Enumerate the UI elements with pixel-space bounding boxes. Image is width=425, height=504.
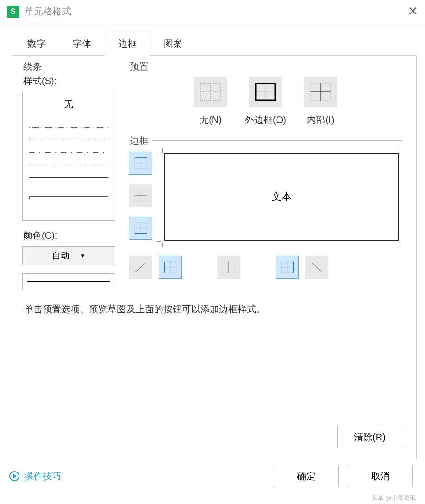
border-vmiddle-button[interactable] [217,256,240,279]
preview-text: 文本 [271,190,292,204]
color-label: 颜色(C): [23,229,115,242]
line-legend: 线条 [22,60,45,73]
border-left-button[interactable] [159,256,182,279]
style-dashed[interactable] [29,140,108,140]
tips-label: 操作技巧 [24,470,61,483]
tab-font[interactable]: 字体 [59,32,105,56]
chevron-down-icon: ▼ [80,252,85,259]
style-dashdot[interactable] [29,152,108,153]
style-label: 样式(S): [23,75,115,87]
cancel-button[interactable]: 取消 [348,465,413,487]
border-right-icon [280,261,294,274]
preset-outer-icon [255,83,276,101]
border-hmiddle-button[interactable] [129,184,152,207]
preset-legend: 预置 [129,60,151,73]
play-icon [9,471,19,481]
preset-fieldset: 预置 [129,66,402,66]
tabs: 数字 字体 边框 图案 [0,32,425,56]
border-legend: 边框 [129,135,151,147]
border-top-icon [134,157,148,170]
border-left-icon [163,261,177,274]
preset-inner-label: 内部(I) [307,114,334,126]
border-hmiddle-icon [134,189,148,202]
close-icon[interactable]: ✕ [408,4,418,19]
preset-none-label: 无(N) [200,114,222,126]
border-fieldset: 边框 [129,140,402,141]
dialog-footer: 操作技巧 确定 取消 [0,457,425,493]
line-fieldset: 线条 [22,66,115,66]
color-value: 自动 [52,250,70,262]
tab-number[interactable]: 数字 [14,32,59,56]
color-select[interactable]: 自动 ▼ [22,246,115,265]
border-preview[interactable]: 文本 [161,152,402,245]
border-bottom-button[interactable] [129,217,152,240]
tips-link[interactable]: 操作技巧 [9,470,61,483]
preset-inner-icon [310,83,331,101]
ok-button[interactable]: 确定 [274,465,339,487]
tab-panel: 线条 样式(S): 无 颜色(C): 自动 ▼ 预置 [12,55,417,459]
line-sample [22,273,115,290]
style-dotted[interactable] [29,127,108,128]
preset-none-button[interactable] [194,77,227,107]
watermark: 头条 @小张资讯 [372,494,416,502]
tab-pattern[interactable]: 图案 [150,32,196,56]
style-list[interactable]: 无 [22,91,115,221]
preset-inner-button[interactable] [304,77,337,107]
style-dashdotdot[interactable] [29,165,108,165]
dialog-title: 单元格格式 [25,5,71,18]
clear-button[interactable]: 清除(R) [337,426,402,448]
border-right-button[interactable] [276,256,299,279]
border-top-button[interactable] [129,152,152,175]
diag-up-icon [134,261,148,274]
style-none[interactable]: 无 [28,96,109,115]
help-text: 单击预置选项、预览草图及上面的按钮可以添加边框样式。 [22,303,402,316]
preset-none-icon [200,83,221,101]
app-icon: S [7,6,19,18]
tab-border[interactable]: 边框 [105,32,150,56]
titlebar: S 单元格格式 ✕ [0,0,425,23]
border-vmiddle-icon [222,261,236,274]
svg-line-20 [135,263,146,272]
border-bottom-icon [134,222,148,235]
preset-outer-button[interactable] [249,77,282,107]
border-diagdown-button[interactable] [305,256,328,279]
diag-down-icon [310,261,324,274]
style-thin[interactable] [29,177,108,178]
style-thick[interactable] [29,196,108,199]
border-diagup-button[interactable] [129,256,152,279]
svg-line-32 [312,263,322,272]
preset-outer-label: 外边框(O) [245,114,286,126]
